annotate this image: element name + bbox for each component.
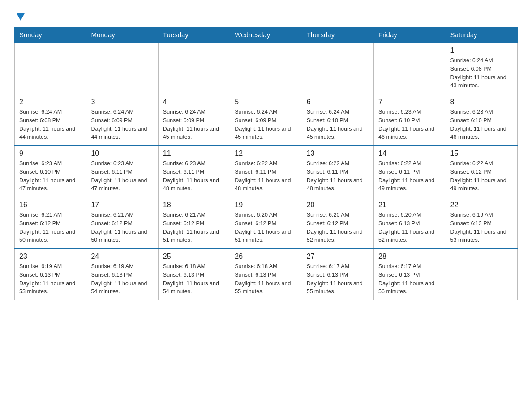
calendar-cell: 13Sunrise: 6:22 AM Sunset: 6:11 PM Dayli… bbox=[302, 146, 373, 197]
calendar-cell bbox=[446, 248, 517, 300]
day-of-week-header: Monday bbox=[86, 27, 158, 43]
calendar-cell: 11Sunrise: 6:23 AM Sunset: 6:11 PM Dayli… bbox=[158, 146, 230, 197]
calendar-cell: 3Sunrise: 6:24 AM Sunset: 6:09 PM Daylig… bbox=[86, 94, 158, 146]
calendar-week-row: 16Sunrise: 6:21 AM Sunset: 6:12 PM Dayli… bbox=[15, 197, 518, 248]
day-number: 16 bbox=[19, 201, 82, 209]
day-info: Sunrise: 6:23 AM Sunset: 6:11 PM Dayligh… bbox=[91, 159, 153, 193]
calendar-week-row: 2Sunrise: 6:24 AM Sunset: 6:08 PM Daylig… bbox=[15, 94, 518, 146]
calendar-cell: 7Sunrise: 6:23 AM Sunset: 6:10 PM Daylig… bbox=[374, 94, 446, 146]
day-info: Sunrise: 6:19 AM Sunset: 6:13 PM Dayligh… bbox=[19, 262, 82, 296]
day-number: 15 bbox=[450, 150, 513, 158]
day-number: 7 bbox=[378, 98, 441, 106]
day-info: Sunrise: 6:24 AM Sunset: 6:08 PM Dayligh… bbox=[450, 56, 513, 90]
calendar-cell: 24Sunrise: 6:19 AM Sunset: 6:13 PM Dayli… bbox=[86, 248, 158, 300]
day-number: 24 bbox=[91, 253, 153, 261]
day-number: 10 bbox=[91, 150, 153, 158]
calendar-cell: 10Sunrise: 6:23 AM Sunset: 6:11 PM Dayli… bbox=[86, 146, 158, 197]
day-info: Sunrise: 6:23 AM Sunset: 6:10 PM Dayligh… bbox=[378, 108, 441, 141]
day-number: 27 bbox=[307, 253, 369, 261]
day-number: 28 bbox=[378, 253, 441, 261]
day-number: 21 bbox=[378, 201, 441, 209]
calendar-cell: 16Sunrise: 6:21 AM Sunset: 6:12 PM Dayli… bbox=[15, 197, 86, 248]
calendar-cell: 12Sunrise: 6:22 AM Sunset: 6:11 PM Dayli… bbox=[230, 146, 302, 197]
day-of-week-header: Tuesday bbox=[158, 27, 230, 43]
logo bbox=[14, 11, 25, 20]
day-number: 25 bbox=[163, 253, 225, 261]
day-of-week-header: Wednesday bbox=[230, 27, 302, 43]
day-number: 20 bbox=[307, 201, 369, 209]
calendar-cell: 2Sunrise: 6:24 AM Sunset: 6:08 PM Daylig… bbox=[15, 94, 86, 146]
calendar-cell: 23Sunrise: 6:19 AM Sunset: 6:13 PM Dayli… bbox=[15, 248, 86, 300]
calendar-cell: 14Sunrise: 6:22 AM Sunset: 6:11 PM Dayli… bbox=[374, 146, 446, 197]
calendar-table: SundayMondayTuesdayWednesdayThursdayFrid… bbox=[14, 27, 518, 300]
day-number: 11 bbox=[163, 150, 225, 158]
day-number: 22 bbox=[450, 201, 513, 209]
calendar-cell: 19Sunrise: 6:20 AM Sunset: 6:12 PM Dayli… bbox=[230, 197, 302, 248]
calendar-cell: 25Sunrise: 6:18 AM Sunset: 6:13 PM Dayli… bbox=[158, 248, 230, 300]
day-info: Sunrise: 6:23 AM Sunset: 6:10 PM Dayligh… bbox=[450, 108, 513, 141]
day-number: 3 bbox=[91, 98, 153, 106]
calendar-week-row: 23Sunrise: 6:19 AM Sunset: 6:13 PM Dayli… bbox=[15, 248, 518, 300]
day-info: Sunrise: 6:21 AM Sunset: 6:12 PM Dayligh… bbox=[91, 211, 153, 244]
day-info: Sunrise: 6:24 AM Sunset: 6:09 PM Dayligh… bbox=[235, 108, 297, 141]
day-number: 9 bbox=[19, 150, 82, 158]
calendar-cell bbox=[302, 43, 373, 94]
day-info: Sunrise: 6:19 AM Sunset: 6:13 PM Dayligh… bbox=[450, 211, 513, 244]
day-info: Sunrise: 6:23 AM Sunset: 6:11 PM Dayligh… bbox=[163, 159, 225, 193]
calendar-header-row: SundayMondayTuesdayWednesdayThursdayFrid… bbox=[15, 27, 518, 43]
day-number: 17 bbox=[91, 201, 153, 209]
day-number: 13 bbox=[307, 150, 369, 158]
day-number: 18 bbox=[163, 201, 225, 209]
calendar-cell: 18Sunrise: 6:21 AM Sunset: 6:12 PM Dayli… bbox=[158, 197, 230, 248]
day-info: Sunrise: 6:24 AM Sunset: 6:08 PM Dayligh… bbox=[19, 108, 82, 141]
day-number: 5 bbox=[235, 98, 297, 106]
day-info: Sunrise: 6:22 AM Sunset: 6:11 PM Dayligh… bbox=[235, 159, 297, 193]
calendar-week-row: 1Sunrise: 6:24 AM Sunset: 6:08 PM Daylig… bbox=[15, 43, 518, 94]
calendar-cell: 26Sunrise: 6:18 AM Sunset: 6:13 PM Dayli… bbox=[230, 248, 302, 300]
calendar-cell: 28Sunrise: 6:17 AM Sunset: 6:13 PM Dayli… bbox=[374, 248, 446, 300]
day-of-week-header: Sunday bbox=[15, 27, 86, 43]
day-number: 12 bbox=[235, 150, 297, 158]
calendar-cell: 5Sunrise: 6:24 AM Sunset: 6:09 PM Daylig… bbox=[230, 94, 302, 146]
calendar-cell: 20Sunrise: 6:20 AM Sunset: 6:12 PM Dayli… bbox=[302, 197, 373, 248]
day-number: 4 bbox=[163, 98, 225, 106]
day-number: 23 bbox=[19, 253, 82, 261]
day-info: Sunrise: 6:19 AM Sunset: 6:13 PM Dayligh… bbox=[91, 262, 153, 296]
calendar-cell bbox=[86, 43, 158, 94]
day-number: 19 bbox=[235, 201, 297, 209]
day-number: 6 bbox=[307, 98, 369, 106]
day-info: Sunrise: 6:18 AM Sunset: 6:13 PM Dayligh… bbox=[235, 262, 297, 296]
calendar-cell bbox=[15, 43, 86, 94]
logo-triangle-icon bbox=[16, 13, 25, 21]
day-info: Sunrise: 6:22 AM Sunset: 6:11 PM Dayligh… bbox=[307, 159, 369, 193]
page-header bbox=[14, 11, 518, 20]
calendar-cell: 4Sunrise: 6:24 AM Sunset: 6:09 PM Daylig… bbox=[158, 94, 230, 146]
calendar-cell: 8Sunrise: 6:23 AM Sunset: 6:10 PM Daylig… bbox=[446, 94, 517, 146]
day-number: 8 bbox=[450, 98, 513, 106]
day-of-week-header: Friday bbox=[374, 27, 446, 43]
day-info: Sunrise: 6:24 AM Sunset: 6:09 PM Dayligh… bbox=[91, 108, 153, 141]
calendar-cell: 27Sunrise: 6:17 AM Sunset: 6:13 PM Dayli… bbox=[302, 248, 373, 300]
day-info: Sunrise: 6:17 AM Sunset: 6:13 PM Dayligh… bbox=[307, 262, 369, 296]
calendar-cell bbox=[230, 43, 302, 94]
day-of-week-header: Thursday bbox=[302, 27, 373, 43]
day-info: Sunrise: 6:21 AM Sunset: 6:12 PM Dayligh… bbox=[163, 211, 225, 244]
day-info: Sunrise: 6:23 AM Sunset: 6:10 PM Dayligh… bbox=[19, 159, 82, 193]
calendar-cell: 22Sunrise: 6:19 AM Sunset: 6:13 PM Dayli… bbox=[446, 197, 517, 248]
calendar-week-row: 9Sunrise: 6:23 AM Sunset: 6:10 PM Daylig… bbox=[15, 146, 518, 197]
calendar-cell bbox=[374, 43, 446, 94]
day-info: Sunrise: 6:18 AM Sunset: 6:13 PM Dayligh… bbox=[163, 262, 225, 296]
day-info: Sunrise: 6:17 AM Sunset: 6:13 PM Dayligh… bbox=[378, 262, 441, 296]
day-number: 26 bbox=[235, 253, 297, 261]
day-number: 1 bbox=[450, 47, 513, 55]
day-info: Sunrise: 6:22 AM Sunset: 6:12 PM Dayligh… bbox=[450, 159, 513, 193]
day-info: Sunrise: 6:20 AM Sunset: 6:12 PM Dayligh… bbox=[307, 211, 369, 244]
day-info: Sunrise: 6:24 AM Sunset: 6:09 PM Dayligh… bbox=[163, 108, 225, 141]
day-number: 14 bbox=[378, 150, 441, 158]
day-of-week-header: Saturday bbox=[446, 27, 517, 43]
day-info: Sunrise: 6:20 AM Sunset: 6:12 PM Dayligh… bbox=[235, 211, 297, 244]
calendar-cell: 6Sunrise: 6:24 AM Sunset: 6:10 PM Daylig… bbox=[302, 94, 373, 146]
day-info: Sunrise: 6:20 AM Sunset: 6:13 PM Dayligh… bbox=[378, 211, 441, 244]
calendar-cell bbox=[158, 43, 230, 94]
calendar-cell: 1Sunrise: 6:24 AM Sunset: 6:08 PM Daylig… bbox=[446, 43, 517, 94]
